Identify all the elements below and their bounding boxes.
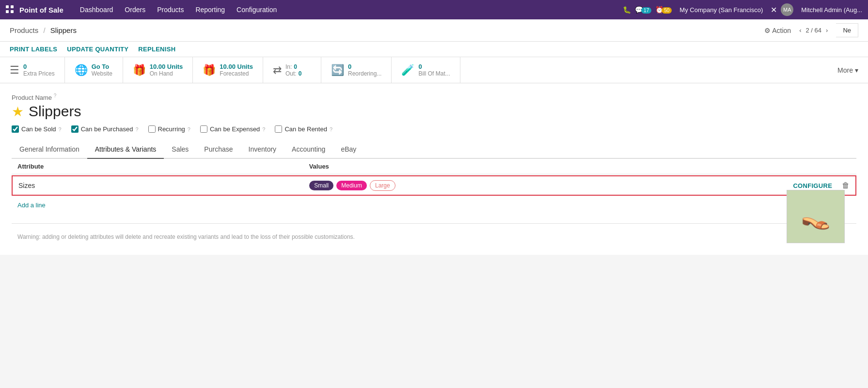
smart-btn-extra-prices[interactable]: ☰ 0 Extra Prices <box>0 57 65 83</box>
breadcrumb-current: Slippers <box>50 26 77 34</box>
avatar[interactable]: MA <box>781 3 793 16</box>
tab-attributes-variants[interactable]: Attributes & Variants <box>87 140 164 159</box>
checkbox-recurring[interactable]: Recurring ? <box>148 125 190 133</box>
smart-btn-units-on-hand[interactable]: 🎁 10.00 Units On Hand <box>123 57 193 83</box>
can-be-sold-input[interactable] <box>12 125 19 133</box>
chat-icon[interactable]: 💬17 <box>635 6 651 14</box>
go-to-website-label2: Website <box>92 70 112 77</box>
tab-inventory[interactable]: Inventory <box>241 140 284 159</box>
grid-icon[interactable] <box>6 5 14 15</box>
globe-icon: 🌐 <box>75 64 88 77</box>
smart-btn-more[interactable]: More ▾ <box>828 57 868 83</box>
tab-sales[interactable]: Sales <box>164 140 196 159</box>
col-header-values: Values <box>309 163 792 170</box>
nav-products[interactable]: Products <box>152 0 189 19</box>
transfer-icon: ⇄ <box>273 64 282 77</box>
can-be-sold-help: ? <box>59 126 62 132</box>
add-line-button[interactable]: Add a line <box>12 197 51 214</box>
units-forecasted-num: 10.00 Units <box>220 63 253 70</box>
settings-icon[interactable]: ✕ <box>771 5 777 15</box>
svg-rect-1 <box>11 5 14 8</box>
clock-icon[interactable]: ⏰50 <box>655 6 672 14</box>
replenish-button[interactable]: REPLENISH <box>138 46 175 53</box>
list-icon: ☰ <box>10 64 19 77</box>
can-be-expensed-input[interactable] <box>200 125 207 133</box>
nav-configuration[interactable]: Configuration <box>232 0 282 19</box>
pagination-text: 2 / 64 <box>806 27 822 34</box>
nav-icons: 🐛 💬17 ⏰50 My Company (San Francisco) ✕ M… <box>623 3 862 16</box>
product-name: Slippers <box>29 103 81 120</box>
recurring-help: ? <box>188 126 190 132</box>
can-be-expensed-label: Can be Expensed <box>210 125 260 133</box>
product-name-label: Product Name ? <box>12 93 856 101</box>
extra-prices-label: Extra Prices <box>23 70 55 77</box>
tag-small[interactable]: Small <box>309 181 333 190</box>
breadcrumb-sep: / <box>43 26 45 34</box>
extra-prices-num: 0 <box>23 63 55 70</box>
units-forecasted-label: Forecasted <box>220 70 253 77</box>
new-button[interactable]: Ne <box>836 23 858 37</box>
can-be-rented-label: Can be Rented <box>284 125 327 133</box>
name-help-icon[interactable]: ? <box>54 93 57 98</box>
tag-large[interactable]: Large <box>370 180 395 191</box>
pagination: ‹ 2 / 64 › <box>797 26 830 35</box>
out-row: Out: 0 <box>285 70 301 77</box>
prev-arrow[interactable]: ‹ <box>797 26 804 35</box>
boxes-icon: 🎁 <box>133 64 146 77</box>
tab-purchase[interactable]: Purchase <box>196 140 240 159</box>
bom-num: 0 <box>418 63 450 70</box>
bug-icon[interactable]: 🐛 <box>623 6 631 14</box>
nav-reporting[interactable]: Reporting <box>190 0 230 19</box>
chevron-down-icon: ▾ <box>855 66 858 74</box>
smart-btn-units-forecasted[interactable]: 🎁 10.00 Units Forecasted <box>193 57 263 83</box>
can-be-rented-input[interactable] <box>275 125 282 133</box>
app-title: Point of Sale <box>19 6 63 14</box>
product-form: Product Name ? ★ Slippers Can be Sold ? … <box>12 93 856 245</box>
smart-btn-bill-of-mat[interactable]: 🧪 0 Bill Of Mat... <box>392 57 460 83</box>
next-arrow[interactable]: › <box>823 26 830 35</box>
in-val: 0 <box>294 63 297 70</box>
badge-50: 50 <box>662 7 672 14</box>
action-button[interactable]: ⚙ Action <box>764 27 791 34</box>
tag-medium[interactable]: Medium <box>336 181 367 190</box>
out-label: Out: <box>285 70 297 77</box>
checkbox-can-be-expensed[interactable]: Can be Expensed ? <box>200 125 265 133</box>
delete-button[interactable]: 🗑 <box>842 181 850 190</box>
checkbox-can-be-rented[interactable]: Can be Rented ? <box>275 125 332 133</box>
print-labels-button[interactable]: PRINT LABELS <box>10 46 57 53</box>
checkbox-can-be-sold[interactable]: Can be Sold ? <box>12 125 62 133</box>
tab-general-information[interactable]: General Information <box>12 140 87 159</box>
tab-accounting[interactable]: Accounting <box>284 140 333 159</box>
breadcrumb-parent[interactable]: Products <box>10 26 38 34</box>
update-quantity-button[interactable]: UPDATE QUANTITY <box>67 46 128 53</box>
configure-button[interactable]: CONFIGURE <box>793 182 832 189</box>
badge-17: 17 <box>641 7 651 14</box>
more-label: More <box>837 66 853 74</box>
nav-orders[interactable]: Orders <box>120 0 150 19</box>
in-row: In: 0 <box>285 63 301 70</box>
user-name: Mitchell Admin (Aug... <box>801 6 862 14</box>
smart-btn-go-to-website[interactable]: 🌐 Go To Website <box>65 57 123 83</box>
svg-rect-2 <box>6 10 9 13</box>
recurring-label: Recurring <box>158 125 185 133</box>
tab-ebay[interactable]: eBay <box>333 140 364 159</box>
product-image[interactable]: 👡 <box>787 190 845 243</box>
company-name[interactable]: My Company (San Francisco) <box>679 6 763 14</box>
add-line-container: Add a line <box>12 197 856 214</box>
out-val: 0 <box>299 70 302 77</box>
star-icon[interactable]: ★ <box>12 104 24 120</box>
can-be-sold-label: Can be Sold <box>21 125 56 133</box>
breadcrumb: Products / Slippers <box>10 26 77 34</box>
checkbox-can-be-purchased[interactable]: Can be Purchased ? <box>71 125 139 133</box>
smart-btn-reordering[interactable]: 🔄 0 Reordering... <box>321 57 392 83</box>
smart-btn-in-out[interactable]: ⇄ In: 0 Out: 0 <box>263 57 321 83</box>
nav-dashboard[interactable]: Dashboard <box>75 0 118 19</box>
go-to-website-label1: Go To <box>92 63 112 70</box>
forecast-icon: 🎁 <box>203 64 216 77</box>
can-be-rented-help: ? <box>330 126 332 132</box>
can-be-purchased-input[interactable] <box>71 125 79 133</box>
product-header: Product Name ? ★ Slippers Can be Sold ? … <box>12 93 856 133</box>
reordering-label: Reordering... <box>348 70 381 77</box>
units-on-hand-label: On Hand <box>150 70 183 77</box>
recurring-input[interactable] <box>148 125 156 133</box>
